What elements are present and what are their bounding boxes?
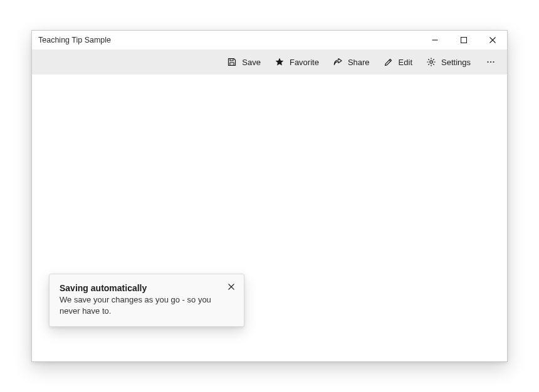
minimize-icon	[432, 37, 438, 43]
close-button[interactable]	[478, 31, 507, 49]
share-button[interactable]: Share	[327, 52, 376, 72]
svg-point-10	[493, 61, 494, 63]
more-icon	[486, 57, 496, 67]
close-icon	[228, 284, 234, 290]
star-icon	[275, 57, 285, 67]
teaching-tip-title: Saving automatically	[60, 283, 219, 293]
command-bar: Save Favorite Share	[32, 49, 507, 75]
gear-icon	[426, 57, 436, 67]
minimize-button[interactable]	[421, 31, 449, 49]
svg-point-7	[430, 61, 432, 63]
favorite-label: Favorite	[290, 58, 319, 67]
edit-icon	[384, 57, 394, 67]
share-icon	[333, 57, 343, 67]
caption-controls	[421, 31, 507, 49]
svg-line-6	[389, 60, 390, 61]
edit-label: Edit	[399, 58, 412, 67]
edit-button[interactable]: Edit	[377, 52, 419, 72]
save-button[interactable]: Save	[221, 52, 267, 72]
maximize-button[interactable]	[449, 31, 478, 49]
svg-point-8	[487, 61, 488, 63]
settings-button[interactable]: Settings	[420, 52, 477, 72]
teaching-tip-close-button[interactable]	[225, 281, 238, 293]
titlebar: Teaching Tip Sample	[32, 31, 507, 49]
svg-rect-5	[230, 63, 234, 65]
svg-rect-1	[461, 38, 467, 43]
save-label: Save	[242, 58, 261, 67]
maximize-icon	[461, 37, 467, 43]
favorite-button[interactable]: Favorite	[268, 52, 325, 72]
save-icon	[227, 57, 237, 67]
more-button[interactable]	[478, 52, 503, 72]
settings-label: Settings	[441, 58, 471, 67]
svg-point-9	[490, 61, 491, 63]
svg-rect-4	[230, 59, 233, 61]
teaching-tip: Saving automatically We save your change…	[49, 274, 244, 327]
close-icon	[489, 37, 496, 43]
share-label: Share	[348, 58, 370, 67]
teaching-tip-subtitle: We save your changes as you go - so you …	[60, 294, 219, 316]
window-title: Teaching Tip Sample	[38, 36, 111, 44]
